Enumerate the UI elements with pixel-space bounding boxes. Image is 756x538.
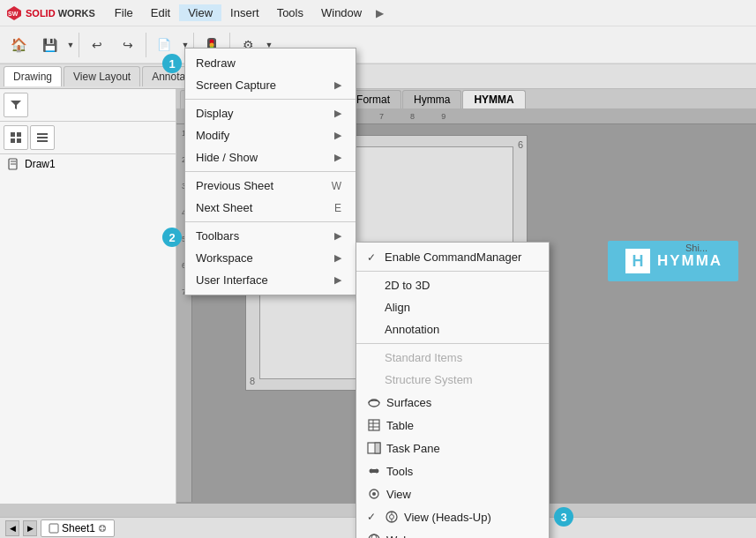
display-label: Display xyxy=(196,107,234,120)
sheet1-tab[interactable]: Sheet1 xyxy=(41,519,115,537)
save-button[interactable]: 💾 xyxy=(34,30,64,60)
menu-display[interactable]: Display ▶ xyxy=(185,102,356,124)
sub-structure-system[interactable]: ✓ Structure System xyxy=(356,369,549,391)
filter-button[interactable] xyxy=(4,93,28,117)
sheet-tab-label: Sheet1 xyxy=(62,522,95,534)
tab-drawing[interactable]: Drawing xyxy=(4,66,62,86)
menu-modify[interactable]: Modify ▶ xyxy=(185,124,356,146)
table-icon xyxy=(367,418,381,432)
menu-tools[interactable]: Tools xyxy=(268,4,312,21)
check-icon-1: ✓ xyxy=(367,251,379,264)
task-pane-icon xyxy=(367,441,381,455)
svg-point-36 xyxy=(369,534,379,538)
view-label: View xyxy=(386,488,411,501)
redo-button[interactable]: ↪ xyxy=(113,30,143,60)
grid-icon xyxy=(10,131,22,144)
svg-point-31 xyxy=(372,492,376,496)
web-icon xyxy=(367,533,381,538)
home-button[interactable]: 🏠 xyxy=(4,30,34,60)
toolbars-arrow: ▶ xyxy=(334,230,341,242)
list-view-button[interactable] xyxy=(30,125,55,150)
sub-task-pane[interactable]: Task Pane xyxy=(356,437,549,460)
svg-rect-9 xyxy=(17,138,21,143)
next-sheet-label: Next Sheet xyxy=(196,201,252,214)
sub-web[interactable]: Web xyxy=(356,528,549,538)
menu-expand-icon[interactable]: ▶ xyxy=(371,5,389,21)
2d-3d-label: 2D to 3D xyxy=(385,279,430,292)
grid-view-button[interactable] xyxy=(4,125,28,150)
sheet-partial-label: Shi... xyxy=(685,243,707,253)
tools-icon xyxy=(367,464,381,478)
svg-rect-6 xyxy=(11,132,15,137)
modify-label: Modify xyxy=(196,129,229,142)
sep-3 xyxy=(185,221,356,222)
sep-1 xyxy=(185,99,356,100)
undo-button[interactable]: ↩ xyxy=(82,30,112,60)
align-label: Align xyxy=(385,301,410,314)
menu-next-sheet[interactable]: Next Sheet E xyxy=(185,197,356,219)
sub-annotation[interactable]: ✓ Annotation xyxy=(356,318,549,340)
svg-rect-8 xyxy=(11,138,15,143)
tools-label: Tools xyxy=(386,465,413,478)
sub-sep-2 xyxy=(356,343,549,344)
tab-hymma[interactable]: Hymma xyxy=(402,90,461,108)
badge-3: 3 xyxy=(554,507,573,527)
sep-2 xyxy=(185,171,356,172)
svg-rect-7 xyxy=(17,132,21,137)
modify-arrow: ▶ xyxy=(334,130,341,141)
menu-screen-capture[interactable]: Screen Capture ▶ xyxy=(185,74,356,96)
web-label: Web xyxy=(386,534,410,539)
sub-sep-1 xyxy=(356,271,549,272)
main-toolbar: 🏠 💾 ▼ ↩ ↪ 📄 ▼ ⚙ ▼ xyxy=(0,26,756,64)
toolbars-submenu: ✓ Enable CommandManager ✓ 2D to 3D ✓ Ali… xyxy=(356,242,550,538)
menu-prev-sheet[interactable]: Previous Sheet W xyxy=(185,175,356,197)
surfaces-icon xyxy=(367,395,381,409)
tab-hymma-upper[interactable]: HYMMA xyxy=(462,90,525,108)
menu-edit[interactable]: Edit xyxy=(142,4,179,21)
menu-redraw[interactable]: Redraw xyxy=(185,52,356,74)
menu-workspace[interactable]: Workspace ▶ xyxy=(185,247,356,269)
view-dropdown: 1 Redraw Screen Capture ▶ Display ▶ Modi… xyxy=(184,48,356,295)
prev-sheet-label: Previous Sheet xyxy=(196,179,273,192)
annotation-label: Annotation xyxy=(385,323,439,336)
tab-bar: Drawing View Layout Annotati... xyxy=(0,64,756,89)
sub-surfaces[interactable]: Surfaces xyxy=(356,391,549,414)
prev-sheet-shortcut: W xyxy=(332,180,341,192)
tab-view-layout[interactable]: View Layout xyxy=(64,66,140,86)
menu-insert[interactable]: Insert xyxy=(221,4,268,21)
sub-table[interactable]: Table xyxy=(356,414,549,437)
user-interface-arrow: ▶ xyxy=(334,274,341,286)
toolbars-label: Toolbars xyxy=(196,229,239,243)
menu-toolbars[interactable]: 2 Toolbars ▶ xyxy=(185,225,356,247)
view-headsup-icon xyxy=(385,510,399,524)
hymma-logo: H HYMMA xyxy=(608,241,738,281)
sub-align[interactable]: ✓ Align xyxy=(356,296,549,318)
workspace-arrow: ▶ xyxy=(334,252,341,264)
screen-capture-label: Screen Capture xyxy=(196,78,276,92)
sub-tools[interactable]: Tools xyxy=(356,460,549,482)
user-interface-label: User Interface xyxy=(196,273,268,287)
svg-point-33 xyxy=(390,515,394,519)
menu-window[interactable]: Window xyxy=(312,4,371,21)
menu-user-interface[interactable]: User Interface ▶ xyxy=(185,269,356,291)
scroll-right[interactable]: ▶ xyxy=(23,520,37,536)
save-dropdown[interactable]: ▼ xyxy=(65,30,76,60)
sub-enable-commandmanager[interactable]: ✓ Enable CommandManager xyxy=(356,246,549,268)
sub-standard-items[interactable]: ✓ Standard Items xyxy=(356,347,549,369)
sub-view-headsup[interactable]: 3 ✓ View (Heads-Up) xyxy=(356,505,549,528)
next-sheet-shortcut: E xyxy=(334,202,341,214)
check-icon-headsup: ✓ xyxy=(367,511,379,523)
toolbars-submenu-container: ✓ Enable CommandManager ✓ 2D to 3D ✓ Ali… xyxy=(356,242,550,538)
view-menu-container: 1 Redraw Screen Capture ▶ Display ▶ Modi… xyxy=(184,48,356,295)
draw-item[interactable]: Draw1 xyxy=(0,154,176,174)
display-arrow: ▶ xyxy=(334,108,341,119)
scroll-left[interactable]: ◀ xyxy=(5,520,19,536)
sub-2d-3d[interactable]: ✓ 2D to 3D xyxy=(356,274,549,296)
menu-view[interactable]: View xyxy=(179,4,221,21)
menu-file[interactable]: File xyxy=(106,4,142,21)
menu-hide-show[interactable]: Hide / Show ▶ xyxy=(185,146,356,168)
structure-system-label: Structure System xyxy=(385,373,473,386)
svg-rect-11 xyxy=(37,137,48,138)
svg-rect-12 xyxy=(37,140,48,142)
sub-view[interactable]: View xyxy=(356,482,549,505)
